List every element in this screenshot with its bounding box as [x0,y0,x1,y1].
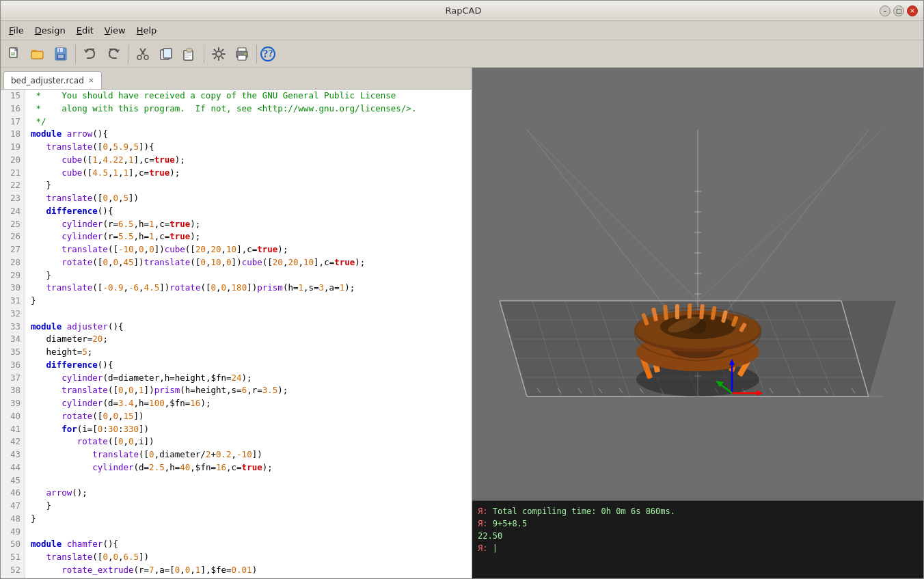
tab-bed-adjuster[interactable]: bed_adjuster.rcad × [3,71,102,89]
menu-edit[interactable]: Edit [71,23,99,38]
code-line-37: cylinder(d=diameter,h=height,$fn=24); [31,372,466,385]
menu-design[interactable]: Design [29,23,71,38]
svg-line-28 [222,57,223,58]
svg-line-30 [215,57,216,58]
cut-button[interactable] [132,43,154,65]
console-line-4: Я: | [478,542,918,554]
code-line-41: for(i=[0:30:330]) [31,423,466,436]
menu-file[interactable]: File [3,23,29,38]
svg-rect-5 [32,52,42,58]
menubar: File Design Edit View Help [1,21,923,40]
sep3 [204,44,204,64]
console-prompt-1: Я: [478,507,487,516]
new-button[interactable] [3,43,25,65]
3d-viewport[interactable] [472,68,923,500]
code-line-46: arrow(); [31,487,466,500]
code-line-24: difference(){ [31,205,466,218]
code-line-52: rotate_extrude(r=7,a=[0,0,1],$fe=0.01) [31,564,466,577]
redo-button[interactable] [103,43,124,65]
editor-pane: bed_adjuster.rcad × 15 16 17 18 19 20 21… [1,68,472,578]
console-line-2: Я: 9+5+8.5 [478,517,918,530]
code-line-45 [31,474,466,487]
menu-view[interactable]: View [99,23,131,38]
minimize-button[interactable]: – [880,5,891,16]
code-line-27: translate([-10,0,0])cube([20,20,10],c=tr… [31,243,466,256]
code-line-25: cylinder(r=6.5,h=1,c=true); [31,218,466,231]
code-line-30: translate([-0.9,-6,4.5])rotate([0,0,180]… [31,282,466,295]
content-area: bed_adjuster.rcad × 15 16 17 18 19 20 21… [1,68,923,578]
preferences-button[interactable] [208,43,230,65]
code-line-51: translate([0,0,6.5]) [31,551,466,564]
copy-button[interactable] [155,43,177,65]
code-line-19: translate([0,5.9,5]){ [31,141,466,154]
tab-close-button[interactable]: × [88,76,94,85]
paste-button[interactable] [178,43,200,65]
code-content[interactable]: * You should have received a copy of the… [25,90,472,578]
window-controls: – □ ✕ [880,5,918,16]
svg-point-34 [245,53,247,55]
open-button[interactable] [27,43,49,65]
code-line-48: } [31,513,466,526]
svg-point-14 [144,55,148,59]
code-line-39: cylinder(d=3.4,h=100,$fn=16); [31,397,466,410]
code-line-35: height=5; [31,346,466,359]
console-prompt-2: Я: [478,519,487,528]
svg-rect-18 [187,49,192,52]
toolbar: ? [1,40,923,68]
code-line-20: cube([1,4.22,1],c=true); [31,154,466,167]
code-line-33: module adjuster(){ [31,321,466,334]
line-numbers: 15 16 17 18 19 20 21 22 23 24 25 26 27 2… [1,90,25,578]
code-line-15: * You should have received a copy of the… [31,90,466,103]
tabbar: bed_adjuster.rcad × [1,68,472,90]
svg-rect-20 [185,55,191,55]
console-line-3: 22.50 [478,530,918,542]
sep1 [75,44,76,64]
code-line-16: * along with this program. If not, see <… [31,103,466,116]
code-line-26: cylinder(r=5.5,h=1,c=true); [31,230,466,243]
code-line-53: rotate([90,45,0]) [31,577,466,579]
undo-button[interactable] [79,43,101,65]
code-line-38: translate([0,0,1])prism(h=height,s=6,r=3… [31,384,466,397]
svg-point-22 [216,51,221,57]
maximize-button[interactable]: □ [893,5,904,16]
code-line-31: } [31,295,466,308]
code-line-22: } [31,179,466,192]
tab-label: bed_adjuster.rcad [11,76,84,85]
titlebar: RapCAD – □ ✕ [1,1,923,21]
svg-rect-1 [11,53,15,53]
sep2 [128,44,128,64]
code-line-49 [31,526,466,539]
code-line-40: rotate([0,0,15]) [31,410,466,423]
menu-help[interactable]: Help [131,23,163,38]
svg-rect-19 [185,53,191,53]
viewport-svg [472,68,923,500]
print-button[interactable] [231,43,253,65]
code-line-23: translate([0,0,5]) [31,192,466,205]
svg-rect-33 [238,55,246,60]
code-line-50: module chamfer(){ [31,538,466,551]
code-line-32 [31,308,466,321]
close-button[interactable]: ✕ [907,5,918,16]
console-line-1: Я: Total compiling time: 0h 0m 6s 860ms. [478,505,918,517]
code-line-18: module arrow(){ [31,128,466,141]
code-line-29: } [31,269,466,282]
svg-rect-110 [688,304,692,319]
save-button[interactable] [50,43,72,65]
svg-point-13 [137,55,141,59]
code-line-17: */ [31,116,466,129]
code-line-42: rotate([0,0,i]) [31,435,466,448]
code-line-47: } [31,500,466,513]
code-line-36: difference(){ [31,359,466,372]
help-button[interactable]: ? [260,46,275,62]
code-line-28: rotate([0,0,45])translate([0,10,0])cube(… [31,256,466,269]
right-pane: Я: Total compiling time: 0h 0m 6s 860ms.… [472,68,923,578]
console-prompt-4: Я: [478,543,487,553]
sep4 [256,44,257,64]
code-editor[interactable]: 15 16 17 18 19 20 21 22 23 24 25 26 27 2… [1,90,472,578]
code-line-21: cube([4.5,1,1],c=true); [31,167,466,180]
svg-rect-2 [11,54,15,55]
svg-line-29 [222,49,223,51]
svg-rect-8 [59,49,60,52]
svg-rect-10 [58,55,64,58]
svg-rect-21 [185,57,189,57]
